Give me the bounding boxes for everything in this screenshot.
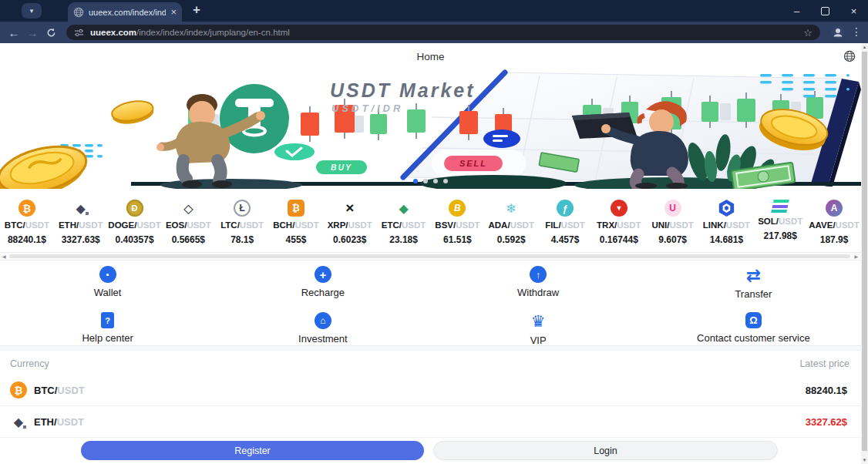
tab-search-button[interactable]: ▾	[22, 3, 42, 18]
bch-icon: ₿	[288, 200, 304, 217]
ticker-coin[interactable]: SOL/USDT 217.98$	[753, 190, 807, 245]
ticker-coin[interactable]: ƒ FIL/USDT 4.457$	[538, 190, 592, 245]
ticker-coin[interactable]: ❄ ADA/USDT 0.592$	[484, 190, 538, 245]
ticker-coin[interactable]: B BSV/USDT 61.51$	[431, 190, 485, 245]
carousel-dot[interactable]	[433, 179, 438, 183]
coin-pair: BCH/USDT	[273, 220, 318, 231]
profile-avatar-icon[interactable]	[831, 25, 845, 39]
back-button[interactable]: ←	[5, 22, 23, 43]
price-column-header: Latest price	[799, 358, 849, 369]
close-button[interactable]: ×	[839, 0, 868, 22]
market-table: Currency Latest price ₿ BTC/USDT 88240.1…	[0, 351, 861, 438]
scroll-up-icon[interactable]: ▲	[861, 45, 868, 49]
uni-icon: U	[664, 200, 681, 217]
coin-price: 4.457$	[551, 234, 580, 245]
new-tab-button[interactable]: +	[193, 2, 200, 18]
coin-price: 3327.63$	[62, 234, 100, 245]
ticker-coin[interactable]: ₿ BTC/USDT 88240.1$	[0, 190, 54, 245]
sol-icon	[771, 200, 789, 213]
action-item[interactable]: ⌂ Investment	[215, 312, 430, 346]
coin-pair: ETC/USDT	[382, 220, 426, 231]
recharge-icon: +	[315, 266, 331, 283]
table-row[interactable]: ◆ ETH/USDT 3327.62$	[0, 406, 861, 438]
action-item[interactable]: + Recharge	[215, 266, 430, 300]
coin-price: 0.40357$	[116, 234, 154, 245]
ticker-coin[interactable]: ◇ EOS/USDT 0.5665$	[161, 190, 215, 245]
ticker-coin[interactable]: Ð DOGE/USDT 0.40357$	[108, 190, 162, 245]
tab-close-icon[interactable]: ×	[170, 7, 177, 17]
horizontal-scrollbar[interactable]: ◀ ▶	[0, 252, 861, 261]
carousel-dot[interactable]	[413, 179, 418, 183]
pair-label: ETH/USDT	[34, 416, 84, 428]
coin-price: 217.98$	[764, 230, 797, 241]
table-row[interactable]: ₿ BTC/USDT 88240.1$	[0, 375, 861, 406]
action-label: VIP	[530, 335, 547, 346]
scroll-down-icon[interactable]: ▼	[861, 458, 868, 462]
aave-icon: A	[826, 200, 843, 217]
vertical-scrollbar-thumb[interactable]	[862, 52, 867, 451]
trx-icon: ▼	[611, 200, 627, 217]
action-item[interactable]: Ω Contact customer service	[646, 312, 861, 346]
coin-pair: AAVE/USDT	[809, 220, 860, 231]
action-item[interactable]: ⇄ Transfer	[646, 266, 861, 300]
url-path: /index/index/index/jumplang/en-cn.html	[136, 28, 290, 37]
scroll-left-icon[interactable]: ◀	[2, 254, 6, 259]
action-label: Help center	[82, 332, 133, 344]
horizontal-scrollbar-thumb[interactable]	[9, 254, 850, 258]
ticker-coin[interactable]: LINK/USDT 14.681$	[700, 190, 754, 245]
reload-icon	[46, 28, 56, 38]
carousel-dot[interactable]	[443, 179, 448, 183]
coin-pair: ADA/USDT	[489, 220, 534, 231]
btc-icon: ₿	[10, 382, 27, 398]
ticker-coin[interactable]: A AAVE/USDT 187.9$	[807, 190, 861, 245]
language-globe-icon[interactable]	[843, 50, 856, 62]
reload-button[interactable]	[42, 22, 60, 43]
forward-button[interactable]: →	[23, 22, 42, 43]
ticker-coin[interactable]: × XRP/USDT 0.6023$	[323, 190, 377, 245]
bookmark-star-icon[interactable]: ☆	[803, 27, 812, 39]
section-divider	[0, 345, 861, 351]
bsv-icon: B	[449, 200, 466, 217]
banner-illustration[interactable]: USDT Market USDT/IDR BUY SELL	[0, 69, 861, 189]
fil-icon: ƒ	[557, 200, 574, 217]
action-item[interactable]: ♛ VIP	[431, 312, 646, 346]
latest-price: 88240.1$	[806, 385, 847, 396]
coin-price: 9.607$	[658, 234, 687, 245]
coin-price: 78.1$	[230, 234, 254, 245]
coin-price: 23.18$	[389, 234, 418, 245]
ticker-coin[interactable]: ₿ BCH/USDT 455$	[269, 190, 323, 245]
action-item[interactable]: ↑ Withdraw	[431, 266, 646, 300]
ticker-coin[interactable]: Ł LTC/USDT 78.1$	[215, 190, 269, 245]
withdraw-icon: ↑	[530, 266, 547, 283]
ticker-coin[interactable]: U UNI/USDT 9.607$	[646, 190, 700, 245]
eos-icon: ◇	[180, 200, 197, 217]
action-item[interactable]: ? Help center	[0, 312, 215, 346]
carousel-dots	[0, 179, 861, 183]
ticker-coin[interactable]: ◆ ETH/USDT 3327.63$	[54, 190, 108, 245]
pair-label: BTC/USDT	[34, 385, 85, 396]
coin-price: 88240.1$	[8, 234, 46, 245]
coin-pair: BSV/USDT	[435, 220, 479, 231]
carousel-dot[interactable]	[423, 179, 428, 183]
scroll-right-icon[interactable]: ▶	[854, 254, 858, 259]
address-bar[interactable]: uueex.com/index/index/index/jumplang/en-…	[66, 25, 820, 40]
minimize-button[interactable]: –	[782, 0, 811, 22]
coin-pair: TRX/USDT	[597, 220, 641, 231]
register-button[interactable]: Register	[81, 441, 424, 460]
vertical-scrollbar[interactable]: ▲ ▼	[861, 43, 868, 464]
browser-tab[interactable]: uueex.com/index/index/index/) ×	[68, 2, 182, 22]
doge-icon: Ð	[126, 200, 143, 217]
action-item[interactable]: ▪ Wallet	[0, 266, 215, 300]
site-settings-icon[interactable]	[74, 28, 84, 38]
chevron-down-icon: ▾	[30, 7, 34, 15]
ticker-coin[interactable]: ▼ TRX/USDT 0.16744$	[592, 190, 646, 245]
eth-icon: ◆	[10, 413, 27, 430]
ticker-coin[interactable]: ◆ ETC/USDT 23.18$	[377, 190, 431, 245]
coin-pair: SOL/USDT	[758, 217, 802, 227]
restore-button[interactable]	[811, 0, 839, 22]
browser-toolbar: ← → uueex.com/index/index/index/jumplang…	[0, 22, 868, 43]
restore-icon	[821, 7, 829, 15]
login-button[interactable]: Login	[433, 441, 778, 460]
coin-price: 61.51$	[443, 234, 472, 245]
browser-menu-icon[interactable]: ⋮	[851, 25, 862, 38]
